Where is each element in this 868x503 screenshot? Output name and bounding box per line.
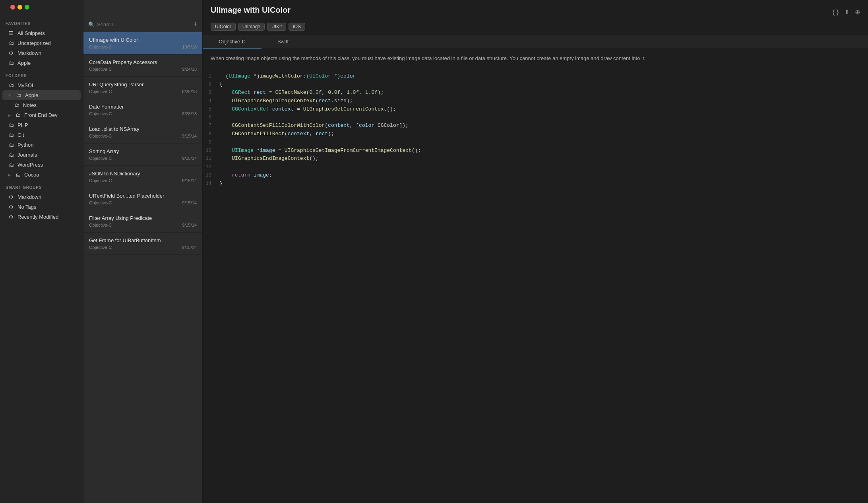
- sidebar-item-wordpress[interactable]: 🗂 WordPress: [2, 160, 81, 170]
- snippet-date: 9/15/14: [182, 245, 197, 250]
- sidebar-item-git[interactable]: 🗂 Git: [2, 130, 81, 140]
- folder-icon: 🗂: [8, 40, 14, 46]
- snippet-title: Date Formatter: [89, 104, 197, 110]
- sidebar-item-apple[interactable]: ▼ 🗂 Apple: [2, 90, 81, 100]
- line-number: 10: [203, 147, 219, 155]
- snippet-title: UITextField Bor...ted Placeholder: [89, 193, 197, 199]
- sidebar-item-notes[interactable]: 🗂 Notes: [2, 100, 81, 110]
- code-area[interactable]: 1 – (UIImage *)imageWithColor:(UIColor *…: [203, 68, 868, 503]
- tag-uiimage[interactable]: UIImage: [238, 23, 265, 31]
- code-line-2: 2 {: [203, 80, 868, 89]
- code-line-7: 7 CGContextSetFillColorWithColor(context…: [203, 122, 868, 130]
- gear-icon: ⚙: [8, 204, 14, 210]
- search-icon: 🔍: [88, 21, 95, 27]
- tag-uikit[interactable]: UIKit: [267, 23, 286, 31]
- snippet-title: UIImage with UIColor: [89, 37, 197, 43]
- sidebar-item-label: PHP: [17, 122, 28, 128]
- sidebar-item-apple-fav[interactable]: 🗂 Apple: [2, 58, 81, 68]
- folder-icon: 🗂: [8, 162, 14, 168]
- folder-icon: 🗂: [8, 122, 14, 128]
- snippet-item-uiimage-uicolor[interactable]: UIImage with UIColor Objective-C 10/5/18: [83, 32, 202, 54]
- tag-ios[interactable]: iOS: [289, 23, 305, 31]
- snippet-meta: Objective-C 9/15/14: [89, 156, 197, 161]
- add-snippet-button[interactable]: +: [193, 21, 198, 28]
- sidebar-item-uncategorized[interactable]: 🗂 Uncategorized: [2, 38, 81, 48]
- snippet-item-load-plist[interactable]: Load .plist to NSArray Objective-C 9/15/…: [83, 121, 202, 144]
- sidebar-item-no-tags[interactable]: ⚙ No Tags: [2, 202, 81, 212]
- line-number: 7: [203, 122, 219, 130]
- snippet-lang: Objective-C: [89, 45, 112, 49]
- code-line-1: 1 – (UIImage *)imageWithColor:(UIColor *…: [203, 72, 868, 81]
- share-button[interactable]: ⬆: [844, 8, 849, 16]
- sidebar-item-label: Cocoa: [24, 172, 39, 178]
- snippet-title: Filter Array Using Predicate: [89, 215, 197, 221]
- folder-icon: 🗂: [8, 152, 14, 158]
- sidebar-item-label: Notes: [23, 102, 37, 108]
- sidebar-item-label: Front End Dev: [24, 112, 58, 118]
- code-line-14: 14 }: [203, 180, 868, 188]
- sidebar-item-php[interactable]: 🗂 PHP: [2, 120, 81, 130]
- snippet-lang: Objective-C: [89, 178, 112, 183]
- snippet-meta: Objective-C 8/28/18: [89, 111, 197, 116]
- sidebar-item-label: No Tags: [17, 204, 36, 210]
- smart-groups-label: Smart Groups: [0, 180, 83, 192]
- snippet-item-urlquery[interactable]: URLQueryString Parser Objective-C 8/28/1…: [83, 77, 202, 99]
- code-line-10: 10 UIImage *image = UIGraphicsGetImageFr…: [203, 147, 868, 155]
- snippet-item-json-nsdictionary[interactable]: JSON to NSDictionary Objective-C 9/15/14: [83, 166, 202, 188]
- gear-icon: ⚙: [8, 194, 14, 200]
- snippet-date: 8/28/18: [182, 89, 197, 94]
- sidebar-item-label: Python: [17, 142, 33, 148]
- sidebar-item-label: Uncategorized: [17, 40, 51, 46]
- sidebar-item-all-snippets[interactable]: ☰ All Snippets: [2, 28, 81, 38]
- sidebar-item-label: All Snippets: [17, 30, 45, 36]
- snippet-lang: Objective-C: [89, 89, 112, 94]
- minimize-button[interactable]: [17, 5, 22, 10]
- sidebar-item-label: Apple: [17, 60, 31, 66]
- sidebar-item-markdown-sg[interactable]: ⚙ Markdown: [2, 192, 81, 202]
- snippet-lang: Objective-C: [89, 67, 112, 72]
- tab-swift[interactable]: Swift: [262, 35, 304, 49]
- sidebar-item-journals[interactable]: 🗂 Journals: [2, 150, 81, 160]
- line-number: 3: [203, 89, 219, 97]
- snippet-item-get-frame[interactable]: Get Frame for UIBarButtonItem Objective-…: [83, 233, 202, 255]
- snippet-meta: Objective-C 9/15/14: [89, 178, 197, 183]
- snippet-item-uitextfield[interactable]: UITextField Bor...ted Placeholder Object…: [83, 188, 202, 210]
- snippet-date: 9/15/14: [182, 178, 197, 183]
- detail-header: UIImage with UIColor { } ⬆ ⊕: [203, 0, 868, 23]
- snippet-item-filter-array[interactable]: Filter Array Using Predicate Objective-C…: [83, 210, 202, 233]
- tag-uicolor[interactable]: UIColor: [211, 23, 236, 31]
- add-button[interactable]: ⊕: [855, 8, 860, 16]
- format-button[interactable]: { }: [833, 9, 839, 16]
- line-number: 11: [203, 155, 219, 163]
- snippet-title: Get Frame for UIBarButtonItem: [89, 237, 197, 243]
- sidebar-item-cocoa[interactable]: ▶ 🗂 Cocoa: [2, 170, 81, 180]
- folder-open-icon: 🗂: [15, 92, 22, 98]
- snippet-item-date-formatter[interactable]: Date Formatter Objective-C 8/28/18: [83, 99, 202, 121]
- list-icon: ☰: [8, 30, 14, 36]
- line-number: 13: [203, 171, 219, 179]
- description: When creating image objects using the me…: [203, 49, 868, 68]
- snippet-items-container: UIImage with UIColor Objective-C 10/5/18…: [83, 32, 202, 255]
- sidebar-item-recently-modified[interactable]: ⚙ Recently Modified: [2, 212, 81, 222]
- snippet-item-sorting-array[interactable]: Sorting Array Objective-C 9/15/14: [83, 144, 202, 166]
- sidebar-item-markdown-fav[interactable]: ⚙ Markdown: [2, 48, 81, 58]
- detail-title: UIImage with UIColor: [211, 6, 291, 15]
- snippet-item-coredata[interactable]: CoreData Property Accessors Objective-C …: [83, 54, 202, 77]
- sidebar-item-mysql[interactable]: 🗂 MySQL: [2, 80, 81, 90]
- snippet-title: Load .plist to NSArray: [89, 126, 197, 132]
- line-number: 2: [203, 80, 219, 88]
- search-input[interactable]: [97, 21, 191, 27]
- sidebar-item-label: WordPress: [17, 162, 43, 168]
- line-number: 8: [203, 130, 219, 138]
- snippet-lang: Objective-C: [89, 200, 112, 205]
- sidebar-item-python[interactable]: 🗂 Python: [2, 140, 81, 150]
- sidebar-item-label: Journals: [17, 152, 37, 158]
- tab-objc[interactable]: Objective-C: [203, 35, 262, 49]
- close-button[interactable]: [10, 5, 15, 10]
- gear-icon: ⚙: [8, 50, 14, 56]
- snippet-meta: Objective-C 9/15/14: [89, 223, 197, 227]
- sidebar-item-front-end-dev[interactable]: ▶ 🗂 Front End Dev: [2, 110, 81, 120]
- snippet-lang: Objective-C: [89, 223, 112, 227]
- maximize-button[interactable]: [25, 5, 29, 10]
- snippet-date: 9/15/14: [182, 156, 197, 161]
